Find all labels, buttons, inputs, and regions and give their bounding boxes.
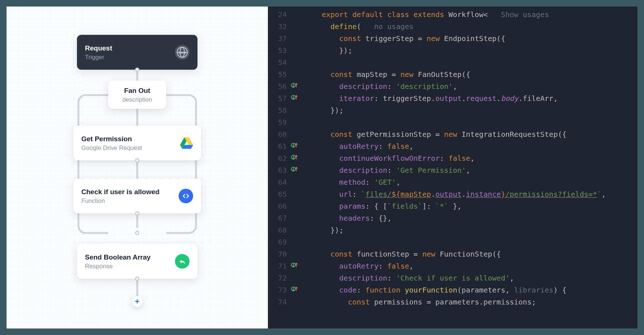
code-line[interactable]: 72 description: 'Check if user is allowe… — [268, 272, 637, 284]
code-content[interactable]: description: 'Get Permission', — [303, 164, 637, 176]
code-line[interactable]: 62 continueWorkflowOnError: false, — [268, 152, 637, 164]
reorder-hint-icon — [290, 153, 298, 161]
node-get-permission[interactable]: Get Permission Google Drive Request — [73, 126, 201, 160]
node-title: Check if user is allowed — [81, 187, 159, 197]
line-number: 63 — [268, 164, 290, 176]
code-line[interactable]: 54 — [268, 57, 637, 69]
code-line[interactable]: 74 const permissions = parameters.permis… — [268, 296, 637, 308]
connection-dot — [135, 231, 139, 235]
code-line[interactable]: 24 export default class extends Workflow… — [268, 9, 637, 21]
code-content[interactable]: autoRetry: false, — [303, 260, 637, 272]
code-line[interactable]: 66 params: { [`fields`]: `*` }, — [268, 200, 637, 212]
code-content[interactable]: description: 'Check if user is allowed', — [303, 272, 637, 284]
line-number: 60 — [268, 128, 290, 140]
plus-icon: + — [135, 297, 140, 306]
code-line[interactable]: 32 define( no usages — [268, 21, 637, 33]
code-line[interactable]: 58 }); — [268, 105, 637, 117]
reorder-hint-icon — [290, 141, 298, 149]
code-content[interactable]: export default class extends Workflow< S… — [303, 9, 637, 21]
code-content[interactable]: }); — [303, 45, 637, 57]
line-number: 72 — [268, 272, 290, 284]
node-subtitle: Response — [85, 263, 151, 270]
gutter — [290, 260, 303, 272]
code-content[interactable]: params: { [`fields`]: `*` }, — [303, 200, 637, 212]
code-content[interactable]: continueWorkflowOnError: false, — [303, 152, 637, 164]
line-number: 69 — [268, 236, 290, 248]
code-line[interactable]: 73 code: function yourFunction(parameter… — [268, 284, 637, 296]
code-line[interactable]: 57 iterator: triggerStep.output.request.… — [268, 93, 637, 105]
code-line[interactable]: 69 — [268, 236, 637, 248]
gutter — [290, 140, 303, 152]
code-line[interactable]: 37 const triggerStep = new EndpointStep(… — [268, 33, 637, 45]
code-content[interactable]: const functionStep = new FunctionStep({ — [303, 248, 637, 260]
code-line[interactable]: 70 const functionStep = new FunctionStep… — [268, 248, 637, 260]
code-content[interactable]: iterator: triggerStep.output.request.bod… — [303, 93, 637, 105]
code-content[interactable]: }); — [303, 224, 637, 236]
gutter — [290, 152, 303, 164]
line-number: 56 — [268, 81, 290, 93]
line-number: 64 — [268, 176, 290, 188]
code-icon — [179, 189, 193, 203]
workflow-canvas[interactable]: Request Trigger WWW Fan Out description … — [7, 7, 268, 328]
google-drive-icon — [180, 137, 193, 149]
code-content[interactable]: autoRetry: false, — [303, 140, 637, 152]
code-line[interactable]: 56 description: 'description', — [268, 81, 637, 93]
line-number: 66 — [268, 200, 290, 212]
code-content[interactable]: headers: {}, — [303, 212, 637, 224]
gutter — [290, 93, 303, 105]
connection-dot — [135, 158, 139, 163]
line-number: 58 — [268, 105, 290, 117]
www-icon: WWW — [175, 45, 189, 60]
node-title: Get Permission — [81, 134, 142, 144]
code-line[interactable]: 63 description: 'Get Permission', — [268, 164, 637, 176]
node-fan-out[interactable]: Fan Out description — [108, 81, 166, 109]
node-subtitle: Trigger — [85, 54, 112, 61]
code-content[interactable]: const getPermissionStep = new Integratio… — [303, 128, 637, 140]
code-content[interactable]: url: `files/${mapStep.output.instance}/p… — [303, 188, 637, 200]
code-editor[interactable]: 24 export default class extends Workflow… — [268, 7, 637, 328]
connection-dot — [135, 68, 139, 72]
svg-text:WWW: WWW — [178, 52, 186, 54]
code-content[interactable]: }); — [303, 105, 637, 117]
code-content[interactable]: const triggerStep = new EndpointStep({ — [303, 33, 637, 45]
code-line[interactable]: 64 method: 'GET', — [268, 176, 637, 188]
code-content[interactable]: const mapStep = new FanOutStep({ — [303, 69, 637, 81]
line-number: 54 — [268, 57, 290, 69]
line-number: 68 — [268, 224, 290, 236]
line-number: 74 — [268, 296, 290, 308]
code-line[interactable]: 67 headers: {}, — [268, 212, 637, 224]
reorder-hint-icon — [290, 285, 298, 293]
code-line[interactable]: 59 — [268, 117, 637, 128]
reply-icon — [175, 254, 189, 269]
code-content[interactable]: description: 'description', — [303, 81, 637, 93]
code-content[interactable]: method: 'GET', — [303, 176, 637, 188]
line-number: 37 — [268, 33, 290, 45]
code-line[interactable]: 71 autoRetry: false, — [268, 260, 637, 272]
line-number: 53 — [268, 45, 290, 57]
add-step-button[interactable]: + — [132, 296, 143, 307]
code-content[interactable]: code: function yourFunction(parameters, … — [303, 284, 637, 296]
line-number: 71 — [268, 260, 290, 272]
node-request-trigger[interactable]: Request Trigger WWW — [77, 35, 197, 70]
code-line[interactable]: 53 }); — [268, 45, 637, 57]
code-line[interactable]: 60 const getPermissionStep = new Integra… — [268, 128, 637, 140]
code-content[interactable]: const permissions = parameters.permissio… — [303, 296, 637, 308]
node-subtitle: Function — [81, 197, 159, 205]
node-subtitle: Google Drive Request — [81, 144, 142, 152]
line-number: 70 — [268, 248, 290, 260]
code-line[interactable]: 61 autoRetry: false, — [268, 140, 637, 152]
reorder-hint-icon — [290, 261, 298, 269]
code-line[interactable]: 68 }); — [268, 224, 637, 236]
node-title: Request — [85, 44, 112, 53]
code-content[interactable]: define( no usages — [303, 21, 637, 33]
code-line[interactable]: 55 const mapStep = new FanOutStep({ — [268, 69, 637, 81]
line-number: 62 — [268, 152, 290, 164]
node-check-user-allowed[interactable]: Check if user is allowed Function — [73, 179, 201, 213]
gutter — [290, 164, 303, 176]
line-number: 55 — [268, 69, 290, 81]
node-send-boolean-array[interactable]: Send Boolean Array Response — [77, 244, 197, 279]
line-number: 32 — [268, 21, 290, 33]
line-number: 57 — [268, 93, 290, 105]
reorder-hint-icon — [290, 93, 298, 101]
code-line[interactable]: 65 url: `files/${mapStep.output.instance… — [268, 188, 637, 200]
